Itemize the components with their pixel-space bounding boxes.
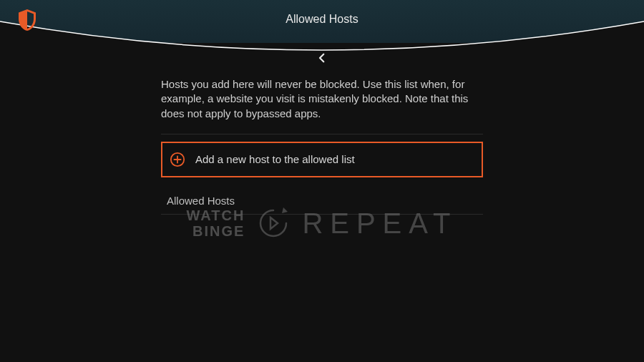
divider [161, 214, 483, 215]
page-title: Allowed Hosts [0, 13, 644, 26]
main-content: Hosts you add here will never be blocked… [161, 77, 483, 215]
watermark-binge: BINGE [187, 223, 245, 239]
plus-circle-icon [170, 152, 185, 167]
section-heading: Allowed Hosts [161, 187, 483, 214]
back-button[interactable] [0, 52, 644, 67]
chevron-left-icon [316, 52, 328, 67]
divider [161, 134, 483, 134]
description-text: Hosts you add here will never be blocked… [161, 77, 483, 121]
add-host-button[interactable]: Add a new host to the allowed list [161, 142, 483, 177]
add-host-label: Add a new host to the allowed list [195, 153, 355, 165]
